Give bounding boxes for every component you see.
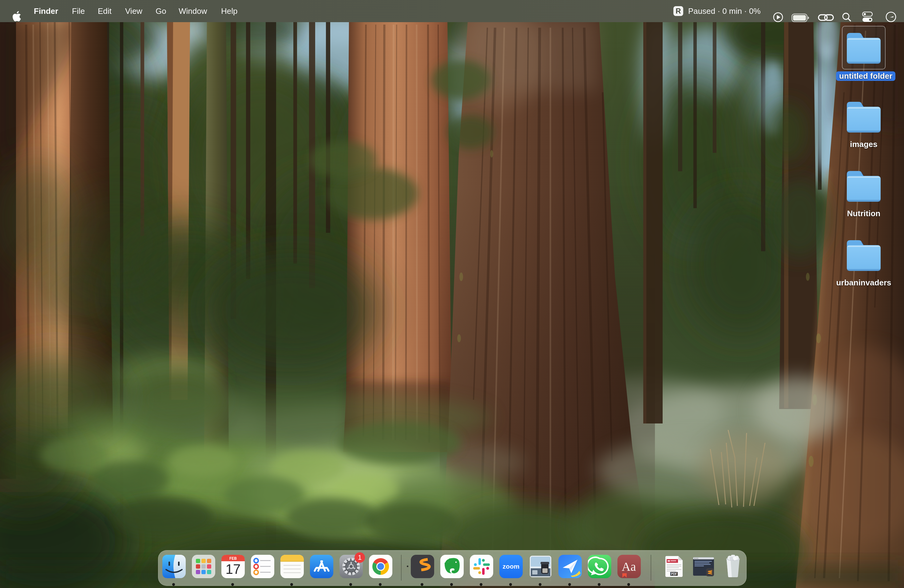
svg-text:PDF: PDF (671, 572, 677, 576)
svg-text:17: 17 (226, 561, 241, 577)
svg-text:Aa: Aa (622, 560, 636, 574)
svg-text:zoom: zoom (503, 563, 520, 570)
svg-text:FEB: FEB (229, 556, 237, 561)
